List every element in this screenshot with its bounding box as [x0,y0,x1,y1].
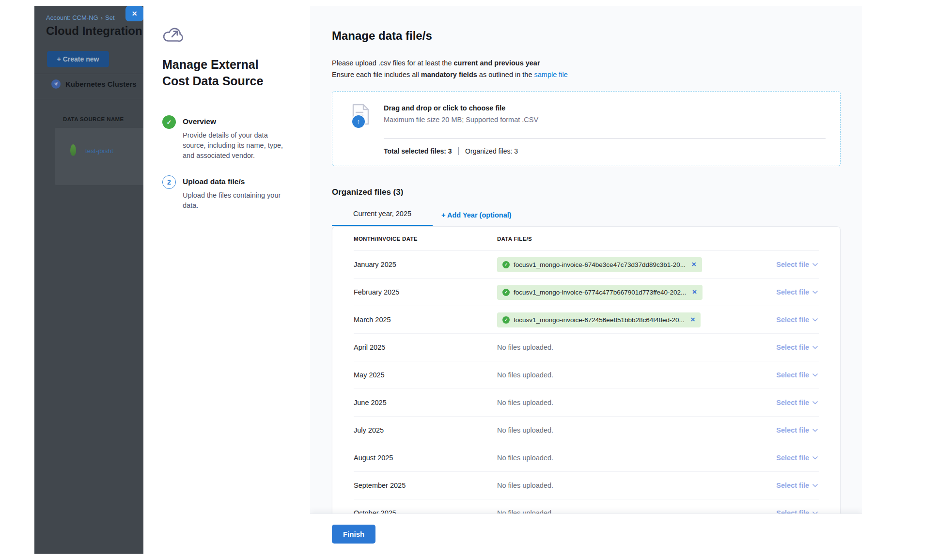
table-row: August 2025 No files uploaded. Select fi… [354,444,819,472]
year-tabs: Current year, 2025 + Add Year (optional) [332,210,841,226]
table-row: January 2025 ✓ focusv1_mongo-invoice-674… [354,251,819,279]
finish-button[interactable]: Finish [332,525,375,544]
wizard-title: Manage External Cost Data Source [162,56,286,89]
chevron-down-icon [812,318,818,322]
nav-tab-label: Kubernetes Clusters [65,80,137,88]
remove-file-icon[interactable]: ✕ [690,317,695,323]
empty-text: No files uploaded. [497,399,553,406]
chevron-down-icon [812,401,818,404]
month-rows: January 2025 ✓ focusv1_mongo-invoice-674… [354,251,819,527]
dialog-footer: Finish [310,513,862,554]
select-file-label: Select file [776,371,809,379]
select-file-dropdown[interactable]: Select file [776,399,819,406]
chevron-down-icon [812,456,818,460]
file-dropzone[interactable]: ↑ Drag and drop or click to choose file … [332,91,841,166]
chevron-down-icon [812,263,818,266]
step-description: Upload the files containing your data. [183,190,287,211]
select-file-dropdown[interactable]: Select file [776,426,819,434]
empty-text: No files uploaded. [497,454,553,462]
column-header-data-files: DATA FILE/S [497,236,819,242]
total-selected-files: Total selected files: 3 [384,147,452,155]
divider [458,147,459,155]
divider [34,99,143,99]
nav-tab-kubernetes-clusters[interactable]: ✳ Kubernetes Clusters [51,79,137,89]
dropzone-subtitle: Maximum file size 20 MB; Supported forma… [384,116,538,124]
breadcrumb-separator-icon: › [101,14,103,21]
step-title: Upload data file/s [183,175,287,186]
manage-external-cost-dialog: ✕ Manage External Cost Data Source ✓ Ove… [143,6,862,554]
file-counters: Total selected files: 3 Organized files:… [384,147,826,155]
month-label: March 2025 [354,316,391,324]
page-title: Cloud Integration [46,24,142,38]
select-file-label: Select file [776,454,809,462]
select-file-label: Select file [776,426,809,434]
empty-text: No files uploaded. [497,426,553,434]
select-file-dropdown[interactable]: Select file [776,454,819,462]
month-label: July 2025 [354,426,384,434]
month-label: August 2025 [354,454,393,462]
table-header: MONTH/INVOICE DATE DATA FILE/S [354,227,819,251]
instruction-line-2: Ensure each file includes all mandatory … [332,69,841,80]
empty-text: No files uploaded. [497,343,553,351]
file-success-check-icon: ✓ [502,289,510,296]
month-label: May 2025 [354,371,385,379]
add-year-button[interactable]: + Add Year (optional) [436,211,517,226]
remove-file-icon[interactable]: ✕ [691,262,696,268]
breadcrumb-account-link[interactable]: Account: CCM-NG [46,14,98,21]
select-file-dropdown[interactable]: Select file [776,343,819,351]
step-number-icon: 2 [162,175,176,189]
chevron-down-icon [812,429,818,432]
select-file-dropdown[interactable]: Select file [776,371,819,379]
table-row: July 2025 No files uploaded. Select file [354,417,819,444]
month-label: February 2025 [354,288,399,296]
table-row: March 2025 ✓ focusv1_mongo-invoice-67245… [354,306,819,334]
table-row: February 2025 ✓ focusv1_mongo-invoice-67… [354,279,819,306]
data-source-name-column-header: DATA SOURCE NAME [63,116,124,122]
breadcrumb: Account: CCM-NG›Set [46,14,115,21]
chevron-down-icon [812,291,818,294]
wizard-side-panel: Manage External Cost Data Source ✓ Overv… [143,6,310,554]
select-file-label: Select file [776,399,809,406]
select-file-dropdown[interactable]: Select file [776,288,819,296]
dropzone-title: Drag and drop or click to choose file [384,103,538,112]
file-success-check-icon: ✓ [502,316,510,324]
cloud-export-icon [162,27,184,45]
sample-file-link[interactable]: sample file [534,71,568,78]
select-file-dropdown[interactable]: Select file [776,316,819,324]
empty-text: No files uploaded. [497,371,553,379]
upload-arrow-icon: ↑ [352,115,365,128]
instruction-line-1: Please upload .csv files for at least th… [332,57,841,69]
panel-title: Manage data file/s [332,29,841,43]
month-label: January 2025 [354,261,396,268]
close-button[interactable]: ✕ [125,6,143,21]
chevron-down-icon [812,346,818,349]
select-file-dropdown[interactable]: Select file [776,482,819,489]
step-overview: ✓ Overview Provide details of your data … [162,115,291,161]
empty-text: No files uploaded. [497,482,553,489]
select-file-dropdown[interactable]: Select file [776,261,819,268]
step-description: Provide details of your data source, inc… [183,130,287,161]
select-file-label: Select file [776,261,809,268]
select-file-label: Select file [776,482,809,489]
file-chip: ✓ focusv1_mongo-invoice-672456ee851bbb28… [497,312,701,327]
month-label: September 2025 [354,482,406,489]
step-complete-check-icon: ✓ [162,115,176,129]
remove-file-icon[interactable]: ✕ [692,289,697,296]
data-source-name-link[interactable]: test-jbisht [85,147,113,155]
organized-files-heading: Organized files (3) [332,187,841,197]
file-chip-label: focusv1_mongo-invoice-674be3ce47c73d37dd… [514,261,686,268]
upload-file-icon: ↑ [352,103,370,125]
tab-current-year[interactable]: Current year, 2025 [332,210,433,226]
month-label: April 2025 [354,343,385,351]
breadcrumb-page-link[interactable]: Set [105,14,115,21]
organized-files-count: Organized files: 3 [465,147,518,155]
mongodb-leaf-icon [70,144,76,156]
create-new-button[interactable]: + Create new [47,51,109,67]
kubernetes-icon: ✳ [51,79,61,89]
divider [34,74,143,74]
step-upload-data-files: 2 Upload data file/s Upload the files co… [162,175,291,211]
file-chip: ✓ focusv1_mongo-invoice-6774c477b667901d… [497,285,703,300]
chevron-down-icon [812,484,818,487]
month-label: June 2025 [354,399,387,406]
file-success-check-icon: ✓ [502,261,510,268]
